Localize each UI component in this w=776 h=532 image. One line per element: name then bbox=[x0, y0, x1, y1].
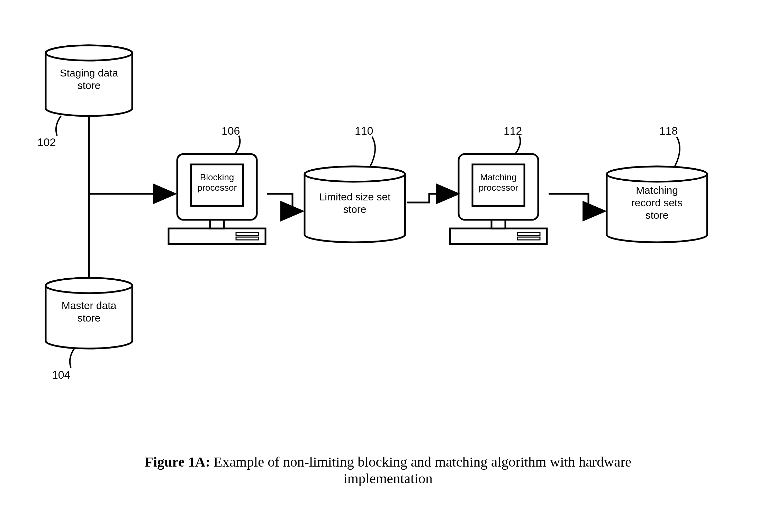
ref-112: 112 bbox=[504, 125, 522, 137]
ref-104: 104 bbox=[52, 369, 70, 381]
caption-bold: Figure 1A: bbox=[145, 454, 210, 470]
caption-line1-rest: Example of non-limiting blocking and mat… bbox=[210, 454, 631, 470]
diagram-root: Staging data store Master data store Lim… bbox=[0, 0, 776, 532]
ref-110: 110 bbox=[355, 125, 373, 137]
ref-102: 102 bbox=[37, 136, 56, 149]
figure-caption: Figure 1A: Example of non-limiting block… bbox=[0, 453, 776, 487]
caption-line2: implementation bbox=[343, 470, 432, 486]
ref-118: 118 bbox=[659, 125, 678, 137]
ref-106: 106 bbox=[222, 125, 240, 137]
leader-lines bbox=[0, 0, 776, 415]
